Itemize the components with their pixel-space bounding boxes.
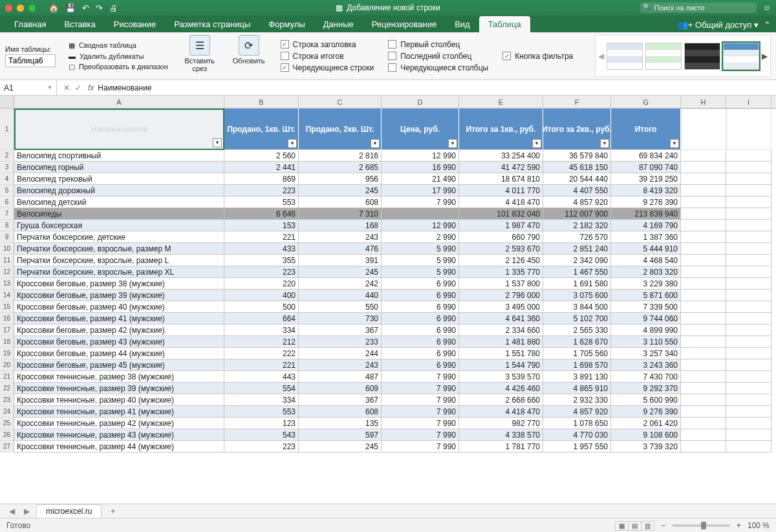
cell[interactable]: 7 990: [382, 197, 459, 208]
cell[interactable]: 487: [299, 371, 382, 383]
cell[interactable]: 223: [224, 185, 299, 197]
cell[interactable]: 2 803 320: [611, 266, 681, 278]
cell[interactable]: 982 770: [459, 418, 543, 429]
cell[interactable]: 6 990: [382, 348, 459, 359]
cell[interactable]: 69 834 240: [611, 150, 681, 162]
spreadsheet-grid[interactable]: ABCDEFGHI 1Наименование▾Продано, 1кв. Шт…: [0, 96, 776, 504]
filter-icon[interactable]: ▾: [532, 139, 541, 148]
cell[interactable]: 7 339 500: [611, 301, 681, 313]
quick-access[interactable]: 🏠 💾 ↶ ↷ 🖨: [48, 3, 118, 13]
cell[interactable]: 5 871 600: [611, 290, 681, 301]
cell[interactable]: 245: [299, 266, 382, 278]
formula-input[interactable]: Наименование: [98, 83, 151, 92]
cell[interactable]: 1 691 580: [543, 278, 611, 290]
column-header[interactable]: I: [726, 96, 771, 108]
filter-icon[interactable]: ▾: [600, 139, 609, 148]
cell[interactable]: 7 990: [382, 441, 459, 452]
cell[interactable]: Велосипед горный: [14, 162, 224, 173]
cell[interactable]: 7 990: [382, 406, 459, 418]
row-header[interactable]: 6: [0, 197, 14, 208]
banded-rows-check[interactable]: ✓Чередующиеся строки: [279, 63, 376, 73]
cell[interactable]: 2 441: [224, 162, 299, 173]
cell[interactable]: 1 467 550: [543, 266, 611, 278]
cell[interactable]: 3 495 000: [459, 301, 543, 313]
cell[interactable]: Велосипед спортивный: [14, 150, 224, 162]
first-col-check[interactable]: Первый столбец: [387, 39, 490, 50]
cell[interactable]: 6 990: [382, 336, 459, 348]
cell[interactable]: Кроссовки беговые, размер 45 (мужские): [14, 359, 224, 371]
cell[interactable]: Кроссовки беговые, размер 38 (мужские): [14, 278, 224, 290]
cell[interactable]: Кроссовки беговые, размер 43 (мужские): [14, 336, 224, 348]
cell[interactable]: 500: [224, 301, 299, 313]
cell[interactable]: Кроссовки беговые, размер 42 (мужские): [14, 325, 224, 336]
cell[interactable]: 956: [299, 173, 382, 185]
window-controls[interactable]: [5, 5, 36, 12]
cell[interactable]: 355: [224, 255, 299, 266]
cell[interactable]: 6 990: [382, 325, 459, 336]
convert-range-button[interactable]: ▢Преобразовать в диапазон: [67, 62, 169, 72]
cell[interactable]: 554: [224, 383, 299, 394]
cell[interactable]: 20 544 440: [543, 173, 611, 185]
cell[interactable]: 18 674 810: [459, 173, 543, 185]
row-header[interactable]: 22: [0, 383, 14, 394]
cell[interactable]: 5 444 910: [611, 243, 681, 255]
cell[interactable]: 608: [299, 197, 382, 208]
cell[interactable]: 367: [299, 394, 382, 406]
cell[interactable]: 223: [224, 441, 299, 452]
cell[interactable]: 3 739 320: [611, 441, 681, 452]
filter-button-check[interactable]: ✓Кнопка фильтра: [501, 51, 574, 61]
row-header[interactable]: 16: [0, 313, 14, 325]
cell[interactable]: 213 839 940: [611, 208, 681, 220]
cell[interactable]: 2 126 450: [459, 255, 543, 266]
cell[interactable]: 2 851 240: [543, 243, 611, 255]
cell[interactable]: 730: [299, 313, 382, 325]
column-header[interactable]: G: [611, 96, 681, 108]
cell[interactable]: 1 078 650: [543, 418, 611, 429]
row-header[interactable]: 24: [0, 406, 14, 418]
cell[interactable]: 5 990: [382, 266, 459, 278]
cell[interactable]: 2 990: [382, 231, 459, 243]
cell[interactable]: 87 090 740: [611, 162, 681, 173]
zoom-level[interactable]: 100 %: [748, 521, 770, 530]
row-header[interactable]: 27: [0, 441, 14, 452]
cell[interactable]: 6 990: [382, 278, 459, 290]
banded-cols-check[interactable]: Чередующиеся столбцы: [387, 63, 490, 73]
row-header[interactable]: 4: [0, 173, 14, 185]
cell[interactable]: 609: [299, 383, 382, 394]
cell[interactable]: [382, 208, 459, 220]
zoom-in[interactable]: +: [737, 521, 741, 530]
cell[interactable]: Груша боксерская: [14, 220, 224, 231]
cell[interactable]: 3 539 570: [459, 371, 543, 383]
column-header[interactable]: C: [299, 96, 382, 108]
sheet-tab[interactable]: microexcel.ru: [36, 504, 102, 518]
cell[interactable]: Кроссовки теннисные, размер 40 (мужские): [14, 394, 224, 406]
cell[interactable]: Велосипед детский: [14, 197, 224, 208]
cell[interactable]: 2 685: [299, 162, 382, 173]
cell[interactable]: 6 646: [224, 208, 299, 220]
pivot-table-button[interactable]: ▦Сводная таблица: [67, 41, 169, 50]
cell[interactable]: 9 276 390: [611, 197, 681, 208]
cell[interactable]: 242: [299, 278, 382, 290]
row-header[interactable]: 10: [0, 243, 14, 255]
cell[interactable]: 2 668 660: [459, 394, 543, 406]
cell[interactable]: 33 254 400: [459, 150, 543, 162]
tab-Рисование[interactable]: Рисование: [105, 16, 165, 32]
row-header[interactable]: 7: [0, 208, 14, 220]
user-icon[interactable]: ☺: [763, 3, 771, 12]
cell[interactable]: 9 292 370: [611, 383, 681, 394]
cancel-formula-icon[interactable]: ✕: [63, 83, 70, 92]
filter-icon[interactable]: ▾: [288, 139, 297, 148]
tab-Вставка[interactable]: Вставка: [55, 16, 104, 32]
cell[interactable]: 7 990: [382, 383, 459, 394]
cell[interactable]: 1 628 670: [543, 336, 611, 348]
cell[interactable]: 4 899 990: [611, 325, 681, 336]
cell[interactable]: 1 781 770: [459, 441, 543, 452]
zoom-slider[interactable]: [672, 524, 730, 527]
table-styles-gallery[interactable]: ◀ ▶: [595, 35, 771, 77]
zoom-out[interactable]: −: [661, 521, 665, 530]
cell[interactable]: 222: [224, 348, 299, 359]
cell[interactable]: 4 857 920: [543, 197, 611, 208]
cell[interactable]: 1 705 560: [543, 348, 611, 359]
cell[interactable]: 2 182 320: [543, 220, 611, 231]
cell[interactable]: 869: [224, 173, 299, 185]
